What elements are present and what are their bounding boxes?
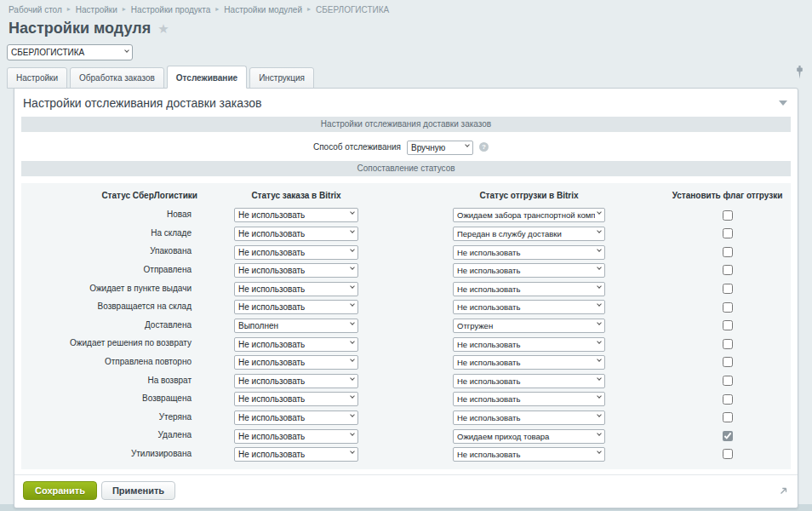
select-wrap: Выполнен [234, 317, 358, 333]
shipment-flag-checkbox[interactable] [723, 431, 733, 441]
select-wrap: Не использовать [453, 280, 605, 296]
sber-status-label: На возврат [21, 376, 200, 385]
tracking-method-select[interactable]: Вручную [407, 141, 473, 155]
sber-status-label: Утеряна [21, 412, 200, 422]
pin-icon[interactable] [796, 66, 803, 83]
order-status-cell: Не использовать [200, 409, 453, 425]
order-status-select[interactable]: Выполнен [234, 319, 358, 333]
shipment-status-cell: Не использовать [453, 409, 649, 425]
shipment-status-cell: Не использовать [453, 261, 649, 278]
shipment-flag-cell [649, 409, 806, 424]
help-icon[interactable]: ? [479, 142, 489, 152]
select-wrap: Не использовать [234, 298, 358, 314]
shipment-status-select[interactable]: Не использовать [453, 245, 605, 260]
shipment-flag-checkbox[interactable] [723, 265, 733, 275]
shipment-flag-checkbox[interactable] [723, 247, 733, 257]
shipment-status-select[interactable]: Не использовать [453, 355, 605, 370]
shipment-status-select[interactable]: Ожидаем приход товара [453, 429, 605, 444]
shipment-status-cell: Не использовать [453, 445, 649, 462]
shipment-flag-cell [649, 262, 806, 278]
shipment-flag-checkbox[interactable] [723, 412, 733, 422]
status-mapping-rows: НоваяНе использоватьОжидаем забора транс… [21, 205, 791, 462]
shipment-flag-checkbox[interactable] [723, 357, 733, 367]
order-status-cell: Не использовать [200, 445, 453, 462]
status-mapping-table: Статус СберЛогистики Статус заказа в Bit… [21, 183, 791, 469]
shipment-status-select[interactable]: Передан в службу доставки [453, 227, 605, 241]
shipment-flag-checkbox[interactable] [723, 339, 733, 349]
shipment-flag-checkbox[interactable] [723, 210, 733, 221]
shipment-status-cell: Не использовать [453, 335, 649, 351]
select-wrap: Не использовать [453, 298, 605, 314]
table-row: УдаленаНе использоватьОжидаем приход тов… [21, 426, 791, 445]
shipment-flag-checkbox[interactable] [723, 449, 733, 459]
table-row: Ожидает решения по возвратуНе использова… [21, 334, 791, 353]
select-wrap: Не использовать [234, 372, 358, 388]
order-status-select[interactable]: Не использовать [234, 245, 358, 260]
order-status-select[interactable]: Не использовать [234, 282, 358, 296]
table-row: УтилизированаНе использоватьНе использов… [21, 445, 791, 463]
shipment-flag-checkbox[interactable] [723, 284, 733, 294]
order-status-cell: Не использовать [200, 298, 453, 314]
shipment-status-select[interactable]: Не использовать [453, 392, 605, 406]
tab-tracking[interactable]: Отслеживание [167, 66, 247, 89]
shipment-status-cell: Не использовать [453, 280, 649, 296]
collapse-section-icon[interactable] [779, 100, 787, 106]
expand-icon[interactable] [779, 484, 789, 499]
shipment-status-select[interactable]: Отгружен [453, 319, 605, 333]
sber-status-label: Возвращается на склад [21, 301, 200, 311]
order-status-select[interactable]: Не использовать [234, 374, 358, 388]
shipment-status-select[interactable]: Ожидаем забора транспортной компанией [453, 208, 605, 222]
table-row: УтерянаНе использоватьНе использовать [21, 408, 791, 427]
shipment-flag-cell [649, 207, 806, 222]
order-status-select[interactable]: Не использовать [234, 300, 358, 314]
shipment-status-select[interactable]: Не использовать [453, 447, 605, 462]
shipment-status-select[interactable]: Не использовать [453, 282, 605, 296]
order-status-select[interactable]: Не использовать [234, 447, 358, 462]
sber-status-label: Возвращена [21, 393, 200, 403]
order-status-select[interactable]: Не использовать [234, 227, 358, 241]
shipment-status-select[interactable]: Не использовать [453, 411, 605, 425]
shipment-flag-checkbox[interactable] [723, 302, 733, 313]
shipment-status-select[interactable]: Не использовать [453, 300, 605, 314]
shipment-flag-checkbox[interactable] [723, 228, 733, 238]
select-wrap: Не использовать [234, 445, 358, 462]
breadcrumb-item[interactable]: Настройки [76, 5, 117, 14]
order-status-select[interactable]: Не использовать [234, 355, 358, 370]
breadcrumb-item[interactable]: Настройки модулей [224, 5, 302, 14]
save-button[interactable]: Сохранить [23, 481, 97, 500]
order-status-select[interactable]: Не использовать [234, 337, 358, 352]
order-status-select[interactable]: Не использовать [234, 208, 358, 222]
select-wrap: Не использовать [453, 372, 605, 388]
status-mapping-heading: Сопоставление статусов [21, 161, 791, 176]
tab-settings[interactable]: Настройки [7, 67, 67, 89]
breadcrumb-item[interactable]: Настройки продукта [131, 5, 210, 14]
select-wrap: Вручную [407, 139, 473, 155]
tab-order-processing[interactable]: Обработка заказов [70, 67, 164, 89]
module-select[interactable]: СБЕРЛОГИСТИКА [7, 44, 133, 60]
order-status-select[interactable]: Не использовать [234, 411, 358, 425]
order-status-cell: Не использовать [200, 390, 453, 406]
favorite-star-icon[interactable]: ★ [157, 21, 169, 37]
shipment-status-select[interactable]: Не использовать [453, 263, 605, 278]
shipment-flag-checkbox[interactable] [723, 394, 733, 405]
shipment-flag-checkbox[interactable] [723, 376, 733, 386]
select-wrap: Не использовать [234, 261, 358, 278]
order-status-select[interactable]: Не использовать [234, 392, 358, 406]
shipment-status-select[interactable]: Не использовать [453, 337, 605, 352]
sber-status-label: Удалена [21, 430, 200, 439]
order-status-cell: Не использовать [200, 243, 453, 259]
select-wrap: Ожидаем забора транспортной компанией [453, 206, 605, 222]
shipment-status-cell: Не использовать [453, 298, 649, 314]
sber-status-label: Утилизирована [21, 449, 200, 458]
order-status-select[interactable]: Не использовать [234, 429, 358, 444]
breadcrumb-item[interactable]: Рабочий стол [9, 5, 62, 14]
tab-instruction[interactable]: Инструкция [249, 67, 314, 89]
shipment-flag-checkbox[interactable] [723, 320, 733, 330]
order-status-select[interactable]: Не использовать [234, 263, 358, 278]
shipment-status-select[interactable]: Не использовать [453, 374, 605, 388]
select-wrap: Не использовать [234, 353, 358, 370]
apply-button[interactable]: Применить [101, 481, 175, 500]
tracking-settings-heading: Настройки отслеживания доставки заказов [21, 117, 791, 132]
shipment-flag-cell [649, 336, 806, 351]
table-row: Отправлена повторноНе использоватьНе исп… [21, 353, 791, 371]
